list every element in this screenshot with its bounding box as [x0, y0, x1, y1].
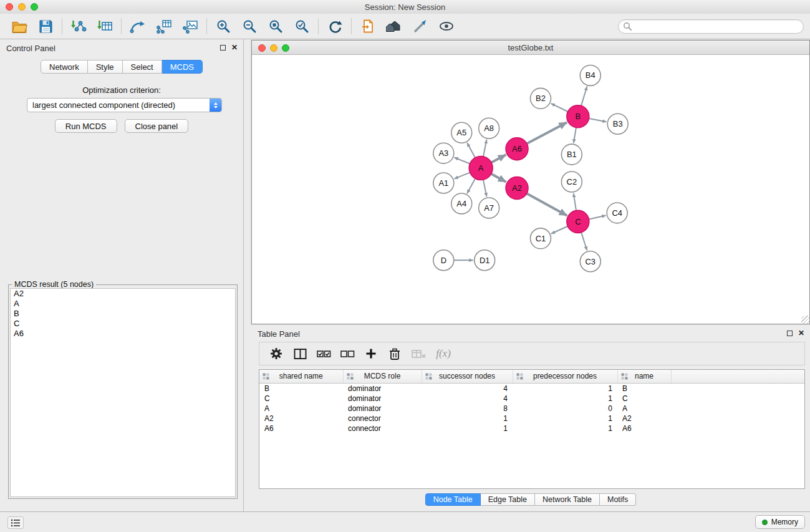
- mcds-result-item[interactable]: B: [11, 309, 235, 319]
- graph-edge-B-B1[interactable]: [574, 128, 576, 143]
- graph-node-A4[interactable]: A4: [451, 193, 472, 214]
- close-table-panel-button[interactable]: ✕: [798, 330, 804, 336]
- show-columns-button[interactable]: [288, 344, 312, 363]
- graph-edge-A-A5[interactable]: [467, 143, 475, 158]
- close-panel-button[interactable]: Close panel: [125, 119, 189, 133]
- task-history-button[interactable]: [7, 516, 24, 529]
- home-views-button[interactable]: [381, 16, 407, 37]
- delete-column-button[interactable]: [383, 344, 407, 363]
- toolbar-search[interactable]: [618, 19, 804, 34]
- graph-node-A2[interactable]: A2: [506, 177, 528, 200]
- graph-node-B[interactable]: B: [567, 105, 589, 128]
- export-network-image-button[interactable]: [177, 16, 203, 37]
- graph-node-C[interactable]: C: [567, 210, 589, 233]
- graph-edge-A-A6[interactable]: [491, 155, 506, 163]
- graph-node-A6[interactable]: A6: [506, 138, 528, 160]
- graph-node-C4[interactable]: C4: [607, 203, 627, 223]
- network-graph[interactable]: B4B2BB3A5A8A6B1A3AC2A1A2A4A7C4CC1C3DD1: [252, 56, 809, 324]
- graph-edge-A2-C[interactable]: [527, 193, 567, 216]
- mcds-result-item[interactable]: A2: [11, 289, 235, 299]
- graph-node-B3[interactable]: B3: [607, 114, 628, 134]
- import-network-button[interactable]: [65, 16, 92, 37]
- graph-node-C2[interactable]: C2: [561, 172, 582, 192]
- graph-edge-A-A8[interactable]: [483, 140, 486, 157]
- open-session-button[interactable]: [6, 16, 32, 37]
- network-to-table-button[interactable]: [151, 16, 177, 37]
- graph-node-A5[interactable]: A5: [451, 122, 472, 143]
- first-neighbors-button[interactable]: [355, 16, 381, 37]
- mcds-result-item[interactable]: A6: [11, 329, 235, 339]
- zoom-selected-button[interactable]: [289, 16, 315, 37]
- select-all-rows-button[interactable]: [312, 344, 335, 363]
- column-header-shared-name[interactable]: shared name: [259, 370, 343, 383]
- graph-node-D[interactable]: D: [433, 250, 454, 271]
- create-column-button[interactable]: [359, 344, 383, 363]
- zoom-fit-button[interactable]: [263, 16, 289, 37]
- tab-network-table[interactable]: Network Table: [535, 493, 600, 506]
- zoom-in-button[interactable]: [210, 16, 236, 37]
- table-row[interactable]: Cdominator41C: [259, 394, 804, 404]
- memory-button[interactable]: Memory: [755, 515, 805, 529]
- table-row[interactable]: Adominator80A: [259, 404, 804, 414]
- float-control-panel-button[interactable]: [220, 45, 226, 51]
- graph-edge-C-C1[interactable]: [551, 226, 568, 234]
- network-zoom-button[interactable]: [282, 44, 289, 52]
- graph-edge-C-C4[interactable]: [589, 215, 605, 219]
- tab-style[interactable]: Style: [88, 60, 123, 74]
- tab-node-table[interactable]: Node Table: [425, 493, 481, 506]
- graph-node-A7[interactable]: A7: [479, 198, 499, 218]
- graph-node-A1[interactable]: A1: [433, 173, 454, 193]
- new-network-from-selection-button[interactable]: [125, 16, 151, 37]
- graph-edge-A-A2[interactable]: [491, 174, 506, 182]
- network-window-titlebar[interactable]: testGlobe.txt: [252, 41, 809, 55]
- save-session-button[interactable]: [32, 16, 59, 37]
- column-header-mcds-role[interactable]: MCDS role: [343, 370, 422, 383]
- network-canvas[interactable]: B4B2BB3A5A8A6B1A3AC2A1A2A4A7C4CC1C3DD1: [252, 56, 809, 324]
- table-row[interactable]: Bdominator41B: [259, 383, 804, 394]
- function-builder-button[interactable]: f(x): [430, 344, 454, 363]
- tab-network[interactable]: Network: [41, 60, 88, 74]
- float-table-panel-button[interactable]: [787, 331, 793, 336]
- graph-node-D1[interactable]: D1: [475, 250, 495, 271]
- table-row[interactable]: A2connector11A2: [259, 414, 804, 423]
- search-input[interactable]: [632, 22, 803, 31]
- graph-edge-A-A4[interactable]: [467, 178, 475, 193]
- import-table-button[interactable]: [92, 16, 118, 37]
- graph-node-A8[interactable]: A8: [479, 118, 499, 138]
- network-minimize-button[interactable]: [270, 44, 277, 52]
- tab-edge-table[interactable]: Edge Table: [481, 493, 535, 506]
- deselect-all-rows-button[interactable]: [335, 344, 359, 363]
- column-header-successor-nodes[interactable]: successor nodes: [422, 370, 513, 383]
- table-row[interactable]: A6connector11A6: [259, 423, 804, 433]
- delete-table-button-disabled[interactable]: [407, 344, 430, 363]
- column-header-predecessor-nodes[interactable]: predecessor nodes: [513, 370, 617, 383]
- graph-edge-A6-B[interactable]: [527, 122, 567, 143]
- refresh-button[interactable]: [322, 16, 348, 37]
- graph-node-A3[interactable]: A3: [433, 143, 454, 163]
- apply-style-button[interactable]: [407, 16, 433, 37]
- mcds-result-list[interactable]: A2ABCA6: [10, 288, 236, 497]
- mcds-result-item[interactable]: A: [11, 299, 235, 309]
- tab-motifs[interactable]: Motifs: [600, 493, 636, 506]
- network-close-button[interactable]: [258, 44, 266, 52]
- graph-edge-A-A1[interactable]: [454, 173, 470, 179]
- table-settings-button[interactable]: [264, 344, 288, 363]
- run-mcds-button[interactable]: Run MCDS: [55, 119, 117, 133]
- graph-edge-C-C2[interactable]: [574, 193, 576, 211]
- zoom-window-button[interactable]: [31, 3, 38, 11]
- graph-node-B2[interactable]: B2: [531, 88, 551, 109]
- close-window-button[interactable]: [6, 3, 13, 11]
- mcds-result-item[interactable]: C: [11, 319, 235, 329]
- graph-edge-B-B4[interactable]: [581, 87, 587, 106]
- graph-edge-A-A7[interactable]: [483, 180, 486, 196]
- graph-edge-B-B2[interactable]: [551, 104, 568, 112]
- graph-edge-C-C3[interactable]: [581, 233, 587, 251]
- graph-node-C3[interactable]: C3: [580, 251, 600, 272]
- graph-node-B4[interactable]: B4: [580, 65, 600, 85]
- graph-edge-B-B3[interactable]: [589, 118, 606, 122]
- tab-select[interactable]: Select: [123, 60, 162, 74]
- close-control-panel-button[interactable]: ✕: [231, 44, 238, 51]
- resize-grip[interactable]: [801, 316, 809, 324]
- column-header-name[interactable]: name: [617, 370, 671, 383]
- graph-edge-A-A3[interactable]: [454, 158, 470, 164]
